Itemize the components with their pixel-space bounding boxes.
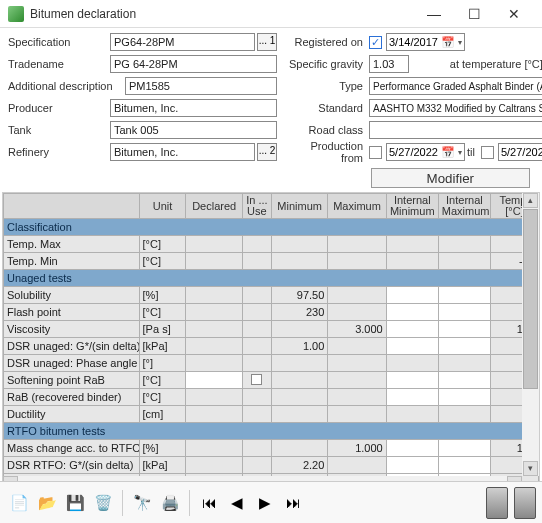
specification-lookup-button[interactable]: ... 1 [257, 33, 277, 51]
vertical-scrollbar[interactable]: ▴ ▾ [522, 193, 539, 476]
cell[interactable] [271, 321, 327, 338]
cell[interactable]: 3.000 [328, 321, 386, 338]
cell[interactable] [186, 457, 242, 474]
cell[interactable] [186, 355, 242, 372]
cell[interactable] [438, 236, 490, 253]
header-inuse[interactable]: In ... Use [242, 194, 271, 219]
cell[interactable] [386, 338, 438, 355]
production-from-datepicker[interactable]: 5/27/2022 📅▾ [386, 143, 465, 161]
cell[interactable] [438, 321, 490, 338]
cell[interactable] [242, 355, 271, 372]
cell[interactable] [242, 457, 271, 474]
cell[interactable]: Solubility [4, 287, 140, 304]
cell[interactable]: Temp. Max [4, 236, 140, 253]
close-button[interactable]: ✕ [494, 1, 534, 27]
table-row[interactable]: Ductility[cm] [4, 406, 539, 423]
cell[interactable]: 97.50 [271, 287, 327, 304]
cell[interactable]: DSR unaged: G*/(sin delta) [4, 338, 140, 355]
scroll-up-button[interactable]: ▴ [523, 193, 538, 208]
checkbox-icon[interactable] [251, 374, 262, 385]
cell[interactable] [386, 355, 438, 372]
table-row[interactable]: Temp. Min[°C]-28 [4, 253, 539, 270]
cell[interactable] [328, 253, 386, 270]
cell[interactable]: Softening point RaB [4, 372, 140, 389]
cell[interactable]: [°C] [139, 253, 186, 270]
open-button[interactable]: 📂 [34, 490, 60, 516]
production-til-checkbox[interactable] [481, 146, 494, 159]
save-button[interactable]: 💾 [62, 490, 88, 516]
table-row[interactable]: Flash point[°C]230 [4, 304, 539, 321]
cell[interactable] [438, 457, 490, 474]
tradename-input[interactable] [110, 55, 277, 73]
print-button[interactable]: 🖨️ [157, 490, 183, 516]
cell[interactable] [386, 287, 438, 304]
cell[interactable] [186, 440, 242, 457]
first-record-button[interactable]: ⏮ [196, 490, 222, 516]
table-row[interactable]: DSR unaged: G*/(sin delta)[kPa]1.00 [4, 338, 539, 355]
cell[interactable] [386, 304, 438, 321]
cell[interactable] [186, 372, 242, 389]
table-row[interactable]: RaB (recovered binder)[°C] [4, 389, 539, 406]
cell[interactable] [271, 372, 327, 389]
cell[interactable]: DSR RTFO: G*/(sin delta) [4, 457, 140, 474]
cell[interactable] [328, 236, 386, 253]
production-til-datepicker[interactable]: 5/27/2022 📅▾ [498, 143, 542, 161]
cell[interactable]: [cm] [139, 406, 186, 423]
cell[interactable]: RaB (recovered binder) [4, 389, 140, 406]
cell[interactable] [242, 440, 271, 457]
cell[interactable] [242, 338, 271, 355]
cell[interactable]: [kPa] [139, 457, 186, 474]
cell[interactable] [186, 321, 242, 338]
cell[interactable] [186, 406, 242, 423]
refinery-input[interactable] [110, 143, 255, 161]
cell[interactable] [328, 389, 386, 406]
header-declared[interactable]: Declared [186, 194, 242, 219]
cell[interactable]: 230 [271, 304, 327, 321]
cell[interactable] [186, 338, 242, 355]
cell[interactable] [328, 355, 386, 372]
header-minimum[interactable]: Minimum [271, 194, 327, 219]
cell[interactable] [438, 440, 490, 457]
cell[interactable] [328, 304, 386, 321]
cell[interactable]: [°C] [139, 389, 186, 406]
cell[interactable]: Viscosity [4, 321, 140, 338]
cell[interactable] [386, 457, 438, 474]
cell[interactable] [242, 304, 271, 321]
scroll-down-button[interactable]: ▾ [523, 461, 538, 476]
minimize-button[interactable]: — [414, 1, 454, 27]
table-row[interactable]: Mass change acc. to RTFO[%]1.000163 [4, 440, 539, 457]
specific-gravity-input[interactable] [369, 55, 409, 73]
maximize-button[interactable]: ☐ [454, 1, 494, 27]
cell[interactable]: [°C] [139, 372, 186, 389]
toolbar-device-b-button[interactable] [514, 487, 536, 519]
cell[interactable] [386, 440, 438, 457]
table-row[interactable]: Temp. Max[°C]64 [4, 236, 539, 253]
next-record-button[interactable]: ▶ [252, 490, 278, 516]
cell[interactable] [438, 372, 490, 389]
table-row[interactable]: Solubility[%]97.50 [4, 287, 539, 304]
cell[interactable] [242, 321, 271, 338]
registered-on-datepicker[interactable]: 3/14/2017 📅▾ [386, 33, 465, 51]
prev-record-button[interactable]: ◀ [224, 490, 250, 516]
additional-description-input[interactable] [125, 77, 277, 95]
cell[interactable] [271, 440, 327, 457]
toolbar-device-a-button[interactable] [486, 487, 508, 519]
scroll-thumb[interactable] [523, 209, 538, 389]
section-row[interactable]: RTFO bitumen tests [4, 423, 539, 440]
cell[interactable]: [%] [139, 287, 186, 304]
cell[interactable] [386, 372, 438, 389]
cell[interactable] [242, 372, 271, 389]
table-row[interactable]: Softening point RaB[°C] [4, 372, 539, 389]
header-property[interactable] [4, 194, 140, 219]
header-maximum[interactable]: Maximum [328, 194, 386, 219]
cell[interactable]: [°C] [139, 304, 186, 321]
cell[interactable]: 1.000 [328, 440, 386, 457]
delete-button[interactable]: 🗑️ [90, 490, 116, 516]
cell[interactable]: Mass change acc. to RTFO [4, 440, 140, 457]
header-unit[interactable]: Unit [139, 194, 186, 219]
section-row[interactable]: Unaged tests [4, 270, 539, 287]
modifier-button[interactable]: Modifier [371, 168, 530, 188]
cell[interactable] [438, 406, 490, 423]
cell[interactable] [328, 338, 386, 355]
specification-input[interactable] [110, 33, 255, 51]
